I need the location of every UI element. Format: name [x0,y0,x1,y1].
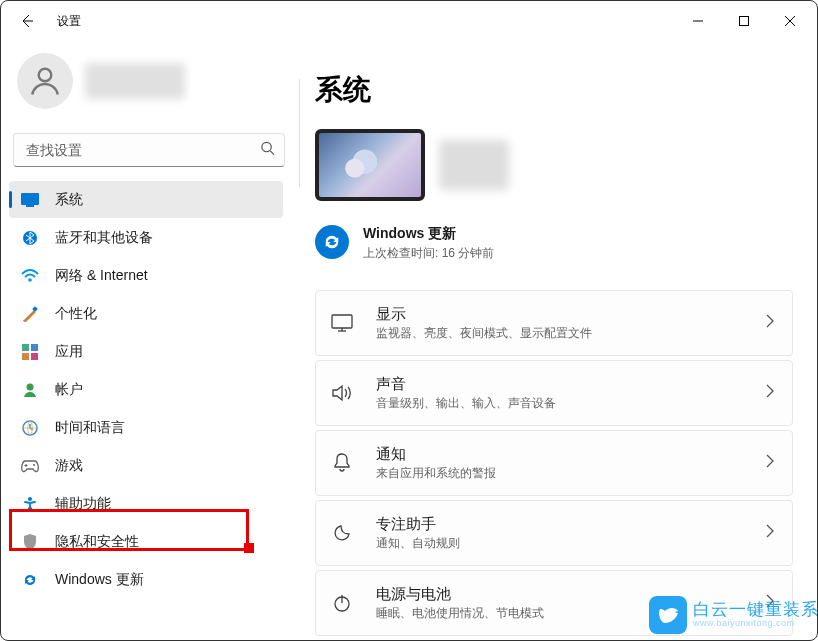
card-sub: 来自应用和系统的警报 [376,465,744,482]
chevron-right-icon [766,314,774,332]
card-title: 通知 [376,445,744,464]
svg-point-5 [262,142,271,151]
svg-rect-11 [32,306,38,312]
sidebar-item-label: 应用 [55,343,83,361]
svg-point-10 [28,278,32,282]
settings-list: 显示 监视器、亮度、夜间模式、显示配置文件 声音 音量级别、输出、输入、声音设备… [315,290,793,636]
sound-icon [330,384,354,402]
nav-list: 系统 蓝牙和其他设备 网络 & Internet 个性化 应用 帐户 [9,181,283,598]
avatar [17,53,73,109]
gaming-icon [21,457,39,475]
device-name-redacted [439,140,509,190]
back-button[interactable] [13,7,41,35]
sidebar-item-label: 时间和语言 [55,419,125,437]
apps-icon [21,343,39,361]
svg-point-19 [28,497,32,501]
sidebar-item-label: 蓝牙和其他设备 [55,229,153,247]
update-title: Windows 更新 [363,225,494,243]
sidebar-item-accessibility[interactable]: 辅助功能 [9,485,283,522]
card-sub: 监视器、亮度、夜间模式、显示配置文件 [376,325,744,342]
sidebar-item-label: 网络 & Internet [55,267,148,285]
svg-rect-7 [21,193,39,205]
setting-card-power[interactable]: 电源与电池 睡眠、电池使用情况、节电模式 [315,570,793,636]
window-controls [675,5,813,37]
page-title: 系统 [315,71,793,109]
close-button[interactable] [767,5,813,37]
sidebar-item-bluetooth[interactable]: 蓝牙和其他设备 [9,219,283,256]
app-title: 设置 [57,13,81,30]
sidebar-item-gaming[interactable]: 游戏 [9,447,283,484]
sidebar-item-time[interactable]: 时间和语言 [9,409,283,446]
account-icon [21,381,39,399]
card-sub: 通知、自动规则 [376,535,744,552]
chevron-right-icon [766,524,774,542]
svg-line-6 [270,151,274,155]
system-icon [21,191,39,209]
sidebar-item-label: 系统 [55,191,83,209]
sidebar-item-label: Windows 更新 [55,571,144,589]
minimize-button[interactable] [675,5,721,37]
search-box [13,133,285,167]
svg-rect-15 [31,353,38,360]
privacy-icon [21,533,39,551]
display-icon [330,314,354,332]
sidebar-item-label: 个性化 [55,305,97,323]
svg-rect-14 [22,353,29,360]
svg-point-4 [39,69,52,82]
sidebar-item-privacy[interactable]: 隐私和安全性 [9,523,283,560]
svg-rect-12 [22,344,29,351]
accessibility-icon [21,495,39,513]
windows-update-summary[interactable]: Windows 更新 上次检查时间: 16 分钟前 [315,225,793,262]
sidebar-item-network[interactable]: 网络 & Internet [9,257,283,294]
chevron-right-icon [766,454,774,472]
card-title: 声音 [376,375,744,394]
svg-point-16 [27,383,34,390]
sidebar-item-system[interactable]: 系统 [9,181,283,218]
content: 系统 Windows 更新 上次检查时间: 16 分钟前 显示 监视器、亮度、夜… [301,41,817,640]
maximize-button[interactable] [721,5,767,37]
card-title: 显示 [376,305,744,324]
svg-rect-8 [26,205,34,207]
time-icon [21,419,39,437]
card-sub: 睡眠、电池使用情况、节电模式 [376,605,744,622]
device-thumbnail [315,129,425,201]
user-block[interactable] [9,45,289,125]
svg-point-18 [33,464,35,466]
svg-rect-13 [31,344,38,351]
update-icon [21,571,39,589]
bluetooth-icon [21,229,39,247]
sidebar-item-account[interactable]: 帐户 [9,371,283,408]
sidebar-item-update[interactable]: Windows 更新 [9,561,283,598]
focus-icon [330,524,354,542]
sidebar-divider [299,79,300,187]
notifications-icon [330,453,354,473]
update-subtitle: 上次检查时间: 16 分钟前 [363,245,494,262]
sidebar-item-personalize[interactable]: 个性化 [9,295,283,332]
svg-rect-20 [332,315,352,328]
card-title: 专注助手 [376,515,744,534]
svg-rect-1 [740,17,749,26]
sidebar: 系统 蓝牙和其他设备 网络 & Internet 个性化 应用 帐户 [1,41,301,640]
search-icon [260,141,275,160]
sidebar-item-label: 游戏 [55,457,83,475]
device-info-row[interactable] [315,129,793,201]
setting-card-sound[interactable]: 声音 音量级别、输出、输入、声音设备 [315,360,793,426]
search-input[interactable] [13,133,285,167]
sidebar-item-label: 辅助功能 [55,495,111,513]
titlebar: 设置 [1,1,817,41]
chevron-right-icon [766,384,774,402]
card-sub: 音量级别、输出、输入、声音设备 [376,395,744,412]
power-icon [330,594,354,612]
sidebar-item-label: 隐私和安全性 [55,533,139,551]
setting-card-focus[interactable]: 专注助手 通知、自动规则 [315,500,793,566]
network-icon [21,267,39,285]
update-status-icon [315,225,349,259]
sidebar-item-label: 帐户 [55,381,83,399]
chevron-right-icon [766,594,774,612]
card-title: 电源与电池 [376,585,744,604]
sidebar-item-apps[interactable]: 应用 [9,333,283,370]
user-name-redacted [85,63,185,99]
annotation-highlight-dot [244,543,254,553]
setting-card-notifications[interactable]: 通知 来自应用和系统的警报 [315,430,793,496]
setting-card-display[interactable]: 显示 监视器、亮度、夜间模式、显示配置文件 [315,290,793,356]
